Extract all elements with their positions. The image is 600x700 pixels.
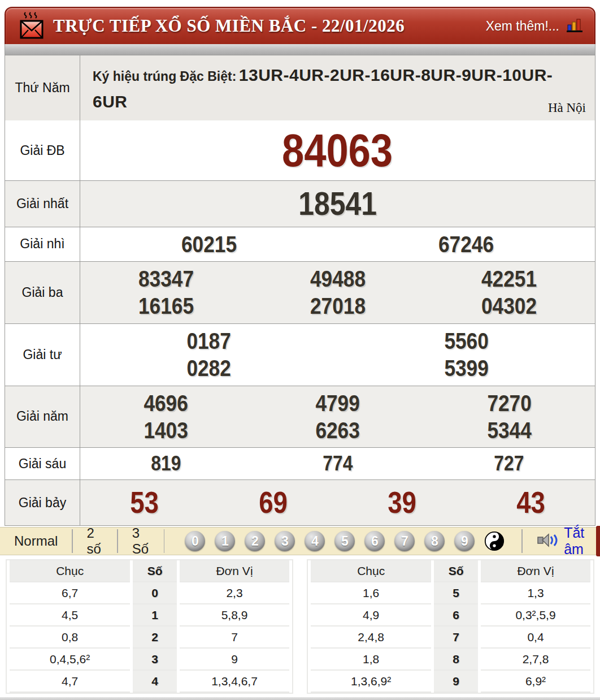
province-label: Hà Nội xyxy=(548,101,586,115)
number-ball-0[interactable]: 0 xyxy=(185,531,205,551)
number-balls: 0123456789 xyxy=(185,531,475,551)
prize-cell: 18541 xyxy=(80,184,595,223)
number-ball-8[interactable]: 8 xyxy=(424,531,445,551)
stats-row: 1,882,7,8 xyxy=(311,649,590,671)
number-ball-1[interactable]: 1 xyxy=(215,531,235,551)
prize-label: Giải tư xyxy=(5,324,80,386)
prize-line: 833474948842251 xyxy=(80,265,595,292)
stats-cell: 6 xyxy=(434,604,478,626)
number-ball-6[interactable]: 6 xyxy=(364,531,385,551)
prize-number: 4696 xyxy=(144,390,188,417)
prize-cell: 67246 xyxy=(338,231,595,258)
prize-line: 819774727 xyxy=(80,451,595,476)
number-ball-5[interactable]: 5 xyxy=(334,531,355,551)
prize-line: 02825399 xyxy=(80,355,595,382)
number-ball-2[interactable]: 2 xyxy=(245,531,265,551)
prize-number: 727 xyxy=(494,451,524,476)
stats-cell: 1,8 xyxy=(311,649,431,671)
header: TRỰC TIẾP XỔ SỐ MIỀN BẮC - 22/01/2026 Xe… xyxy=(5,7,595,44)
stats-section: ChụcSốĐơn Vị6,702,34,515,8,90,8270,4,5,6… xyxy=(6,559,594,694)
prize-label: Giải ba xyxy=(5,262,80,323)
stats-row: 6,702,3 xyxy=(10,582,289,604)
prize-label: Giải sáu xyxy=(5,448,80,479)
prize-values: 84063 xyxy=(80,120,595,180)
controls-divider xyxy=(521,529,523,553)
prize-label: Giải bảy xyxy=(5,480,80,526)
prize-cell: 27018 xyxy=(252,292,424,319)
prize-line: 140362635344 xyxy=(80,417,595,444)
prize-cell: 53 xyxy=(80,485,209,521)
number-ball-4[interactable]: 4 xyxy=(305,531,325,551)
stats-cell: 1,6 xyxy=(311,582,431,604)
stats-cell: 2,7,8 xyxy=(481,649,590,671)
speaker-icon xyxy=(537,532,559,551)
mode-option-1[interactable]: 2 số xyxy=(73,530,118,552)
prize-row: Giải sáu819774727 xyxy=(5,447,595,479)
stats-row: 0,4,5,6²39 xyxy=(10,649,289,671)
prize-cell: 60215 xyxy=(80,231,338,258)
prize-values: 53693943 xyxy=(80,480,595,526)
footer-gray-strip xyxy=(0,697,600,700)
stats-header-row: ChụcSốĐơn Vị xyxy=(10,560,289,582)
prize-cell: 49488 xyxy=(252,265,424,292)
stats-cell: 0,8 xyxy=(10,626,130,649)
number-ball-9[interactable]: 9 xyxy=(454,531,475,551)
stats-header: Số xyxy=(133,560,177,582)
number-ball-7[interactable]: 7 xyxy=(394,531,415,551)
number-ball-3[interactable]: 3 xyxy=(275,531,295,551)
stats-row: 4,515,8,9 xyxy=(10,604,289,626)
stats-table-left: ChụcSốĐơn Vị6,702,34,515,8,90,8270,4,5,6… xyxy=(6,559,293,694)
prize-cell: 04302 xyxy=(423,292,595,319)
mute-button[interactable]: Tắt âm xyxy=(537,525,600,558)
prize-line: 53693943 xyxy=(80,485,595,521)
stats-cell: 1,3 xyxy=(481,582,590,604)
prize-cell: 69 xyxy=(209,485,338,521)
stats-cell: 8 xyxy=(434,649,478,671)
prize-values: 6021567246 xyxy=(80,227,595,261)
prize-values: 18541 xyxy=(80,181,595,226)
special-sign-label: Ký hiệu trúng Đặc Biệt: xyxy=(93,69,236,84)
prize-number: 5560 xyxy=(444,327,488,355)
prize-cell: 7270 xyxy=(423,390,595,417)
mode-option-2[interactable]: 3 Số xyxy=(118,530,164,552)
controls-bar: Normal2 số3 Số 0123456789 Tắt âm xyxy=(0,527,600,555)
stats-header-row: ChụcSốĐơn Vị xyxy=(311,560,590,582)
mode-option-0[interactable]: Normal xyxy=(0,530,72,552)
stats-cell: 4,9 xyxy=(311,604,431,626)
prize-number: 0282 xyxy=(187,355,231,382)
edge-widget[interactable] xyxy=(596,526,600,556)
prize-number: 83347 xyxy=(138,265,194,292)
prize-label: Giải năm xyxy=(5,386,80,448)
prize-row: Giải tư0187556002825399 xyxy=(5,323,595,386)
prize-number: 5399 xyxy=(444,355,488,382)
prize-line: 01875560 xyxy=(80,327,595,355)
prize-values: 819774727 xyxy=(80,448,595,479)
yin-yang-icon[interactable] xyxy=(484,531,505,551)
see-more-link[interactable]: Xem thêm!... xyxy=(486,19,559,34)
header-gray-strip xyxy=(5,44,595,55)
hot-mail-icon[interactable] xyxy=(18,11,45,41)
prize-number: 5344 xyxy=(487,417,531,444)
stats-header: Chục xyxy=(311,560,431,582)
prize-row: Giải năm469647997270140362635344 xyxy=(5,386,595,448)
prize-values: 833474948842251161652701804302 xyxy=(80,262,595,323)
stats-row: 2,4,870,4 xyxy=(311,626,590,649)
stats-cell: 6,9² xyxy=(481,671,590,693)
stats-cell: 0,4,5,6² xyxy=(10,649,130,671)
results-rows: Giải ĐB84063Giải nhất18541Giải nhì602156… xyxy=(5,120,595,525)
stats-cell: 7 xyxy=(180,626,289,649)
prize-row: Giải nhì6021567246 xyxy=(5,227,595,261)
prize-number: 04302 xyxy=(481,292,537,319)
stats-cell: 2,3 xyxy=(180,582,289,604)
stats-cell: 0,3²,5,9 xyxy=(481,604,590,626)
stats-row: 4,960,3²,5,9 xyxy=(311,604,590,626)
prize-number: 0187 xyxy=(187,327,231,355)
prize-line: 469647997270 xyxy=(80,390,595,417)
prize-cell: 83347 xyxy=(80,265,252,292)
prize-number: 42251 xyxy=(481,265,537,292)
stats-cell: 2,4,8 xyxy=(311,626,431,649)
prize-number: 774 xyxy=(323,451,353,476)
prize-cell: 5344 xyxy=(423,417,595,444)
prize-cell: 6263 xyxy=(252,417,424,444)
bar-chart-icon[interactable] xyxy=(566,17,584,35)
